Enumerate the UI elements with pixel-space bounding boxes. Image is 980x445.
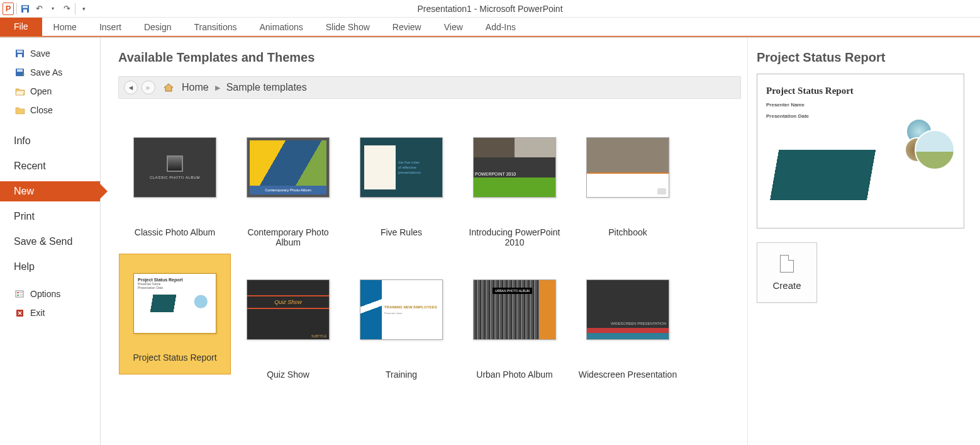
svg-rect-7 [17,69,23,72]
template-label: Urban Photo Album [476,369,552,380]
breadcrumb: ◄ ► Home ▶ Sample templates [118,76,741,99]
svg-rect-8 [16,291,23,297]
create-button[interactable]: Create [757,242,817,303]
options-icon [15,290,25,298]
template-label: Contemporary Photo Album [235,227,342,247]
nav-label: Save [30,48,50,59]
nav-label: Open [30,86,52,96]
template-urban-photo-album[interactable]: URBAN PHOTO ALBUM Urban Photo Album [458,254,571,380]
ribbon-tabs: File Home Insert Design Transitions Anim… [0,18,980,37]
svg-rect-12 [19,295,23,295]
template-project-status-report[interactable]: Project Status ReportPresenter NamePrese… [118,254,231,380]
nav-options[interactable]: Options [0,284,100,303]
breadcrumb-home[interactable]: Home [179,82,211,93]
nav-label: Options [30,289,60,299]
title-bar: P ↶ ▾ ↷ ▾ Presentation1 - Microsoft Powe… [0,0,980,18]
svg-rect-4 [17,50,23,53]
nav-exit[interactable]: Exit [0,303,100,322]
preview-slide-thumbnail: Project Status Report Presenter Name Pre… [757,74,964,228]
qat-undo-icon[interactable]: ↶ [33,3,45,14]
template-label: Pitchbook [608,227,647,237]
home-icon[interactable] [163,82,174,93]
nav-label: Print [14,211,35,222]
svg-rect-5 [18,54,22,57]
template-five-rules[interactable]: the five rulesof effectivepresentations … [345,111,458,247]
preview-pane: Project Status Report Project Status Rep… [747,38,980,445]
preview-slide-title: Project Status Report [766,86,955,96]
template-label: Training [386,369,417,380]
preview-title: Project Status Report [757,50,971,65]
svg-rect-10 [19,292,23,293]
breadcrumb-current[interactable]: Sample templates [224,82,309,93]
quick-access-toolbar: P ↶ ▾ ↷ ▾ [0,3,92,14]
template-introducing-powerpoint-2010[interactable]: POWERPOINT 2010 Introducing PowerPoint 2… [458,111,571,247]
template-quiz-show[interactable]: Quiz ShowSUBTITLE Quiz Show [231,254,345,380]
template-label: Introducing PowerPoint 2010 [461,227,568,247]
nav-save[interactable]: Save [0,44,100,63]
template-label: Five Rules [381,227,422,237]
app-logo[interactable]: P [3,3,14,14]
tab-transitions[interactable]: Transitions [183,18,248,36]
floppy-icon [15,49,25,58]
svg-rect-9 [17,292,19,293]
nav-label: Recent [14,161,46,172]
tab-addins[interactable]: Add-Ins [474,18,527,36]
exit-icon [15,308,25,317]
tab-review[interactable]: Review [381,18,433,36]
templates-area: Available Templates and Themes ◄ ► Home … [101,38,747,445]
template-widescreen-presentation[interactable]: WIDESCREEN PRESENTATION Widescreen Prese… [571,254,684,380]
template-label: Quiz Show [267,369,309,380]
svg-rect-2 [23,9,27,13]
template-label: Widescreen Presentation [579,369,677,380]
nav-open[interactable]: Open [0,82,100,101]
chevron-right-icon: ▶ [215,84,220,92]
template-grid: CLASSIC PHOTO ALBUM Classic Photo Album … [118,111,741,380]
folder-close-icon [15,106,25,115]
floppy-arrow-icon [15,68,25,77]
preview-slide-sub1: Presenter Name [766,102,955,108]
nav-new[interactable]: New [0,181,100,201]
breadcrumb-back-button[interactable]: ◄ [124,81,138,94]
create-label: Create [772,280,801,291]
backstage-nav: Save Save As Open Close Info Recent New … [0,38,101,445]
tab-view[interactable]: View [433,18,474,36]
nav-label: Info [14,135,31,147]
document-icon [780,255,794,273]
tab-insert[interactable]: Insert [88,18,133,36]
template-contemporary-photo-album[interactable]: Contemporary Photo Album Contemporary Ph… [231,111,345,247]
nav-label: Close [30,105,53,115]
breadcrumb-forward-button[interactable]: ► [142,81,155,94]
svg-rect-1 [23,6,28,8]
qat-redo-icon[interactable]: ↷ [61,3,72,14]
template-classic-photo-album[interactable]: CLASSIC PHOTO ALBUM Classic Photo Album [118,111,231,247]
qat-undo-menu-icon[interactable]: ▾ [47,3,58,14]
tab-design[interactable]: Design [133,18,183,36]
nav-label: Save & Send [14,236,72,247]
nav-label: Help [14,261,35,273]
qat-customize-icon[interactable]: ▾ [78,3,89,14]
folder-open-icon [15,87,25,96]
nav-info[interactable]: Info [0,131,100,151]
nav-label: New [14,186,34,197]
section-title: Available Templates and Themes [118,50,741,65]
nav-label: Exit [30,308,45,318]
window-title: Presentation1 - Microsoft PowerPoint [0,4,980,14]
tab-slideshow[interactable]: Slide Show [315,18,381,36]
nav-help[interactable]: Help [0,257,100,277]
template-label: Classic Photo Album [135,227,215,237]
nav-recent[interactable]: Recent [0,156,100,176]
nav-save-send[interactable]: Save & Send [0,232,100,252]
nav-label: Save As [30,67,62,77]
nav-print[interactable]: Print [0,206,100,227]
template-pitchbook[interactable]: Pitchbook [571,111,684,247]
tab-home[interactable]: Home [42,18,88,36]
tab-file[interactable]: File [0,17,42,36]
template-label: Project Status Report [133,352,216,374]
nav-save-as[interactable]: Save As [0,63,100,82]
qat-save-icon[interactable] [19,3,31,14]
svg-rect-11 [17,295,19,296]
template-training[interactable]: TRAINING NEW EMPLOYEESPresenter name Tra… [345,254,458,380]
nav-close[interactable]: Close [0,101,100,120]
tab-animations[interactable]: Animations [248,18,314,36]
